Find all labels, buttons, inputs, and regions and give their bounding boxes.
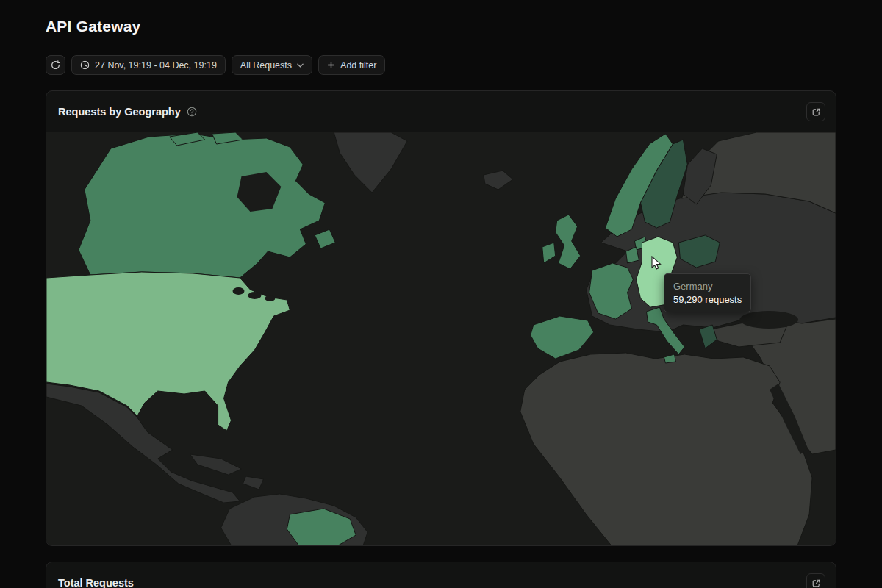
external-link-icon <box>811 107 821 117</box>
total-requests-panel: Total Requests <box>46 562 836 588</box>
great-lakes-water <box>265 295 275 301</box>
black-sea-water <box>739 311 798 329</box>
world-map[interactable]: Germany 59,290 requests <box>46 132 836 545</box>
map-country-sicily[interactable] <box>664 354 675 363</box>
total-panel-header: Total Requests <box>46 562 836 588</box>
date-range-button[interactable]: 27 Nov, 19:19 - 04 Dec, 19:19 <box>71 55 226 75</box>
add-filter-button[interactable]: Add filter <box>318 55 385 75</box>
request-type-value: All Requests <box>240 60 292 71</box>
refresh-button[interactable] <box>46 55 65 75</box>
map-country-united-kingdom[interactable] <box>556 215 581 269</box>
total-expand-button[interactable] <box>806 573 825 588</box>
great-lakes-water <box>233 287 245 295</box>
dashboard-page: API Gateway 27 Nov, 19:19 - 04 Dec, 19:1… <box>0 18 882 588</box>
map-country-hispaniola[interactable] <box>243 476 264 490</box>
total-panel-title: Total Requests <box>58 577 134 588</box>
map-country-ireland[interactable] <box>542 243 556 263</box>
requests-by-geography-panel: Requests by Geography <box>46 90 836 546</box>
toolbar: 27 Nov, 19:19 - 04 Dec, 19:19 All Reques… <box>46 55 836 75</box>
map-country-greenland[interactable] <box>334 132 407 193</box>
date-range-label: 27 Nov, 19:19 - 04 Dec, 19:19 <box>95 60 217 71</box>
map-country-newfoundland[interactable] <box>315 229 335 248</box>
chevron-down-icon <box>297 63 304 68</box>
geography-expand-button[interactable] <box>806 102 825 121</box>
external-link-icon <box>811 578 821 588</box>
geography-panel-title: Requests by Geography <box>58 106 181 118</box>
request-type-select[interactable]: All Requests <box>232 55 312 75</box>
map-country-iceland[interactable] <box>484 171 513 190</box>
add-filter-label: Add filter <box>340 60 376 71</box>
refresh-icon <box>51 60 60 70</box>
map-country-canada[interactable] <box>79 134 325 278</box>
map-country-spain-portugal[interactable] <box>531 316 594 359</box>
page-title: API Gateway <box>46 18 836 35</box>
great-lakes-water <box>248 292 261 299</box>
geography-panel-header: Requests by Geography <box>46 91 836 132</box>
clock-icon <box>80 60 90 70</box>
map-country-africa[interactable] <box>520 353 812 545</box>
help-icon[interactable] <box>187 107 197 117</box>
mouse-cursor <box>649 256 664 270</box>
plus-icon <box>327 61 335 69</box>
map-country-cuba[interactable] <box>190 454 242 475</box>
